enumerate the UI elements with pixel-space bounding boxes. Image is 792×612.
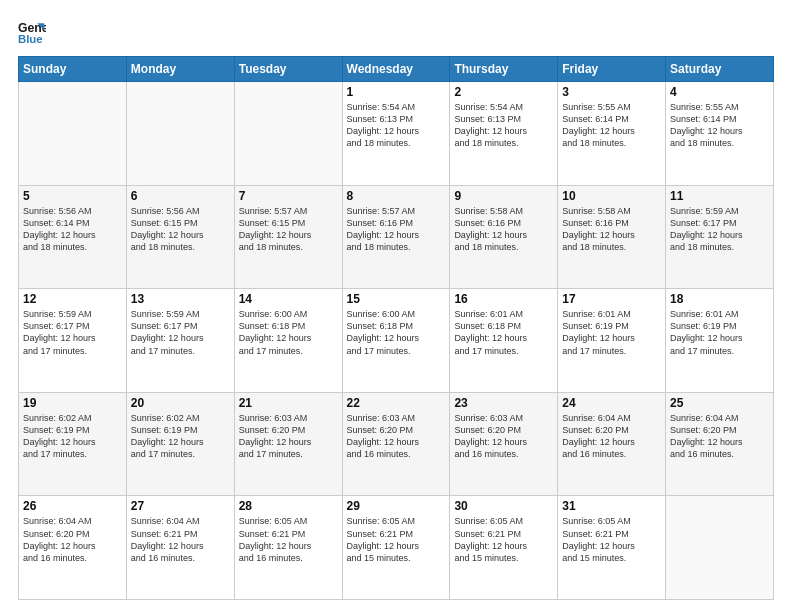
day-info: Sunrise: 5:59 AM Sunset: 6:17 PM Dayligh… [23, 308, 122, 357]
calendar-week-5: 26Sunrise: 6:04 AM Sunset: 6:20 PM Dayli… [19, 496, 774, 600]
calendar-cell: 16Sunrise: 6:01 AM Sunset: 6:18 PM Dayli… [450, 289, 558, 393]
calendar-cell: 20Sunrise: 6:02 AM Sunset: 6:19 PM Dayli… [126, 392, 234, 496]
day-number: 1 [347, 85, 446, 99]
calendar-cell: 25Sunrise: 6:04 AM Sunset: 6:20 PM Dayli… [666, 392, 774, 496]
weekday-header-tuesday: Tuesday [234, 57, 342, 82]
calendar-cell: 15Sunrise: 6:00 AM Sunset: 6:18 PM Dayli… [342, 289, 450, 393]
day-info: Sunrise: 6:00 AM Sunset: 6:18 PM Dayligh… [347, 308, 446, 357]
calendar-header: SundayMondayTuesdayWednesdayThursdayFrid… [19, 57, 774, 82]
calendar-body: 1Sunrise: 5:54 AM Sunset: 6:13 PM Daylig… [19, 82, 774, 600]
day-number: 25 [670, 396, 769, 410]
day-info: Sunrise: 5:59 AM Sunset: 6:17 PM Dayligh… [131, 308, 230, 357]
day-number: 27 [131, 499, 230, 513]
calendar-cell: 12Sunrise: 5:59 AM Sunset: 6:17 PM Dayli… [19, 289, 127, 393]
calendar-cell: 6Sunrise: 5:56 AM Sunset: 6:15 PM Daylig… [126, 185, 234, 289]
calendar-cell: 26Sunrise: 6:04 AM Sunset: 6:20 PM Dayli… [19, 496, 127, 600]
day-number: 6 [131, 189, 230, 203]
weekday-header-friday: Friday [558, 57, 666, 82]
calendar-cell: 30Sunrise: 6:05 AM Sunset: 6:21 PM Dayli… [450, 496, 558, 600]
calendar-cell: 8Sunrise: 5:57 AM Sunset: 6:16 PM Daylig… [342, 185, 450, 289]
calendar-cell: 18Sunrise: 6:01 AM Sunset: 6:19 PM Dayli… [666, 289, 774, 393]
day-info: Sunrise: 6:05 AM Sunset: 6:21 PM Dayligh… [454, 515, 553, 564]
svg-text:Blue: Blue [18, 33, 43, 45]
calendar-cell: 29Sunrise: 6:05 AM Sunset: 6:21 PM Dayli… [342, 496, 450, 600]
day-info: Sunrise: 6:04 AM Sunset: 6:20 PM Dayligh… [562, 412, 661, 461]
calendar-week-1: 1Sunrise: 5:54 AM Sunset: 6:13 PM Daylig… [19, 82, 774, 186]
day-info: Sunrise: 5:58 AM Sunset: 6:16 PM Dayligh… [562, 205, 661, 254]
logo: General Blue [18, 18, 52, 46]
day-number: 22 [347, 396, 446, 410]
calendar-cell: 11Sunrise: 5:59 AM Sunset: 6:17 PM Dayli… [666, 185, 774, 289]
calendar-cell: 1Sunrise: 5:54 AM Sunset: 6:13 PM Daylig… [342, 82, 450, 186]
day-number: 8 [347, 189, 446, 203]
weekday-header-row: SundayMondayTuesdayWednesdayThursdayFrid… [19, 57, 774, 82]
day-number: 29 [347, 499, 446, 513]
day-number: 19 [23, 396, 122, 410]
day-info: Sunrise: 6:04 AM Sunset: 6:21 PM Dayligh… [131, 515, 230, 564]
calendar-cell: 2Sunrise: 5:54 AM Sunset: 6:13 PM Daylig… [450, 82, 558, 186]
day-number: 9 [454, 189, 553, 203]
calendar-cell [126, 82, 234, 186]
day-number: 16 [454, 292, 553, 306]
calendar-cell: 23Sunrise: 6:03 AM Sunset: 6:20 PM Dayli… [450, 392, 558, 496]
calendar-cell: 22Sunrise: 6:03 AM Sunset: 6:20 PM Dayli… [342, 392, 450, 496]
day-info: Sunrise: 6:01 AM Sunset: 6:18 PM Dayligh… [454, 308, 553, 357]
calendar-week-4: 19Sunrise: 6:02 AM Sunset: 6:19 PM Dayli… [19, 392, 774, 496]
day-info: Sunrise: 5:55 AM Sunset: 6:14 PM Dayligh… [562, 101, 661, 150]
day-info: Sunrise: 6:00 AM Sunset: 6:18 PM Dayligh… [239, 308, 338, 357]
calendar-cell: 13Sunrise: 5:59 AM Sunset: 6:17 PM Dayli… [126, 289, 234, 393]
day-info: Sunrise: 6:02 AM Sunset: 6:19 PM Dayligh… [23, 412, 122, 461]
calendar-cell: 31Sunrise: 6:05 AM Sunset: 6:21 PM Dayli… [558, 496, 666, 600]
header: General Blue [18, 18, 774, 46]
logo-icon: General Blue [18, 18, 46, 46]
calendar-cell: 14Sunrise: 6:00 AM Sunset: 6:18 PM Dayli… [234, 289, 342, 393]
day-info: Sunrise: 5:57 AM Sunset: 6:16 PM Dayligh… [347, 205, 446, 254]
day-number: 7 [239, 189, 338, 203]
day-info: Sunrise: 5:59 AM Sunset: 6:17 PM Dayligh… [670, 205, 769, 254]
calendar-cell: 21Sunrise: 6:03 AM Sunset: 6:20 PM Dayli… [234, 392, 342, 496]
day-info: Sunrise: 6:05 AM Sunset: 6:21 PM Dayligh… [562, 515, 661, 564]
calendar-cell: 24Sunrise: 6:04 AM Sunset: 6:20 PM Dayli… [558, 392, 666, 496]
calendar-cell [19, 82, 127, 186]
day-number: 18 [670, 292, 769, 306]
day-info: Sunrise: 6:04 AM Sunset: 6:20 PM Dayligh… [23, 515, 122, 564]
day-info: Sunrise: 5:56 AM Sunset: 6:14 PM Dayligh… [23, 205, 122, 254]
calendar-week-2: 5Sunrise: 5:56 AM Sunset: 6:14 PM Daylig… [19, 185, 774, 289]
day-info: Sunrise: 6:03 AM Sunset: 6:20 PM Dayligh… [454, 412, 553, 461]
day-info: Sunrise: 6:04 AM Sunset: 6:20 PM Dayligh… [670, 412, 769, 461]
calendar-week-3: 12Sunrise: 5:59 AM Sunset: 6:17 PM Dayli… [19, 289, 774, 393]
weekday-header-thursday: Thursday [450, 57, 558, 82]
day-number: 5 [23, 189, 122, 203]
day-number: 13 [131, 292, 230, 306]
day-info: Sunrise: 6:03 AM Sunset: 6:20 PM Dayligh… [239, 412, 338, 461]
day-number: 14 [239, 292, 338, 306]
day-number: 21 [239, 396, 338, 410]
day-number: 20 [131, 396, 230, 410]
calendar-cell: 10Sunrise: 5:58 AM Sunset: 6:16 PM Dayli… [558, 185, 666, 289]
day-info: Sunrise: 6:02 AM Sunset: 6:19 PM Dayligh… [131, 412, 230, 461]
day-number: 17 [562, 292, 661, 306]
page: General Blue SundayMondayTuesdayWednesda… [0, 0, 792, 612]
calendar-cell [234, 82, 342, 186]
calendar-cell [666, 496, 774, 600]
day-info: Sunrise: 6:05 AM Sunset: 6:21 PM Dayligh… [239, 515, 338, 564]
day-info: Sunrise: 6:05 AM Sunset: 6:21 PM Dayligh… [347, 515, 446, 564]
day-info: Sunrise: 5:56 AM Sunset: 6:15 PM Dayligh… [131, 205, 230, 254]
day-info: Sunrise: 5:57 AM Sunset: 6:15 PM Dayligh… [239, 205, 338, 254]
day-number: 26 [23, 499, 122, 513]
day-number: 23 [454, 396, 553, 410]
day-number: 10 [562, 189, 661, 203]
calendar-cell: 4Sunrise: 5:55 AM Sunset: 6:14 PM Daylig… [666, 82, 774, 186]
day-number: 28 [239, 499, 338, 513]
day-info: Sunrise: 5:54 AM Sunset: 6:13 PM Dayligh… [347, 101, 446, 150]
calendar-cell: 9Sunrise: 5:58 AM Sunset: 6:16 PM Daylig… [450, 185, 558, 289]
weekday-header-wednesday: Wednesday [342, 57, 450, 82]
day-number: 12 [23, 292, 122, 306]
weekday-header-monday: Monday [126, 57, 234, 82]
day-number: 2 [454, 85, 553, 99]
calendar-cell: 5Sunrise: 5:56 AM Sunset: 6:14 PM Daylig… [19, 185, 127, 289]
day-number: 11 [670, 189, 769, 203]
day-info: Sunrise: 6:01 AM Sunset: 6:19 PM Dayligh… [562, 308, 661, 357]
day-number: 15 [347, 292, 446, 306]
day-info: Sunrise: 5:58 AM Sunset: 6:16 PM Dayligh… [454, 205, 553, 254]
